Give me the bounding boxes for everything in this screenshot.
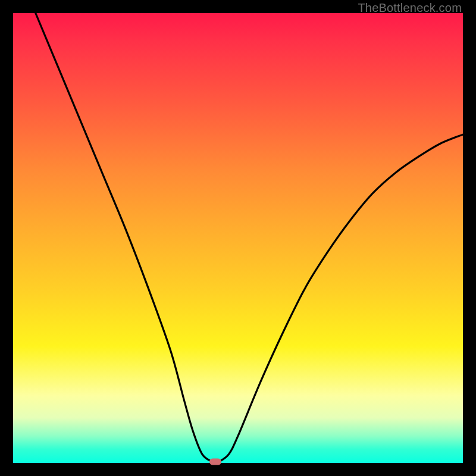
chart-frame: [13, 13, 463, 463]
optimal-point-marker: [209, 459, 221, 465]
bottleneck-curve: [13, 13, 463, 463]
